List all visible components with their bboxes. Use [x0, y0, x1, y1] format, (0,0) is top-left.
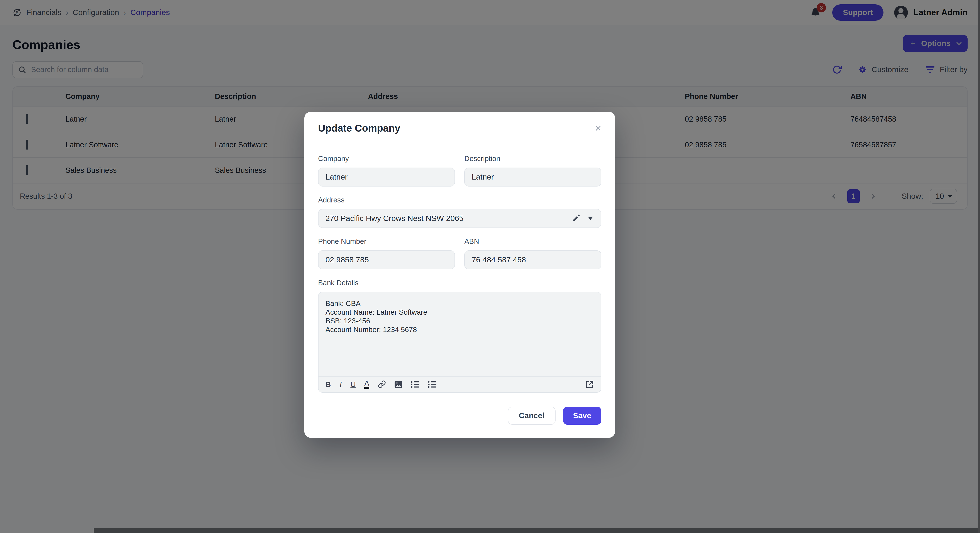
- company-field[interactable]: [318, 167, 455, 186]
- cancel-button[interactable]: Cancel: [508, 407, 555, 425]
- company-label: Company: [318, 154, 455, 163]
- text-color-icon[interactable]: A: [364, 380, 369, 389]
- phone-label: Phone Number: [318, 237, 455, 246]
- bank-line: Account Name: Latner Software: [326, 308, 594, 317]
- save-button[interactable]: Save: [563, 407, 601, 425]
- update-company-modal: Update Company × Company Description Add…: [304, 112, 615, 438]
- abn-field[interactable]: [464, 250, 601, 269]
- caret-down-icon[interactable]: [588, 216, 593, 220]
- address-select[interactable]: [318, 209, 601, 228]
- edit-address-pencil-icon[interactable]: [572, 213, 581, 222]
- link-icon[interactable]: [378, 380, 386, 388]
- underline-icon[interactable]: U: [350, 380, 356, 389]
- ordered-list-icon[interactable]: [411, 381, 420, 388]
- bank-line: Account Number: 1234 5678: [326, 325, 594, 334]
- phone-field[interactable]: [318, 250, 455, 269]
- expand-editor-icon[interactable]: [585, 380, 594, 389]
- italic-icon[interactable]: I: [339, 380, 342, 389]
- bullet-list-icon[interactable]: [428, 381, 437, 388]
- close-icon[interactable]: ×: [595, 123, 601, 134]
- richtext-toolbar: B I U A: [318, 376, 601, 393]
- description-field[interactable]: [464, 167, 601, 186]
- abn-label: ABN: [464, 237, 601, 246]
- bank-details-textarea[interactable]: Bank: CBA Account Name: Latner Software …: [318, 292, 601, 376]
- description-label: Description: [464, 154, 601, 163]
- insert-image-icon[interactable]: [395, 381, 402, 388]
- address-field[interactable]: [318, 209, 601, 228]
- modal-title: Update Company: [318, 122, 400, 134]
- app-screen: $ Financials › Configuration › Companies…: [0, 0, 980, 533]
- bold-icon[interactable]: B: [326, 380, 331, 389]
- address-label: Address: [318, 196, 601, 204]
- bank-details-editor: Bank: CBA Account Name: Latner Software …: [318, 292, 601, 393]
- bank-line: BSB: 123-456: [326, 317, 594, 325]
- bank-line: Bank: CBA: [326, 299, 594, 308]
- bank-details-label: Bank Details: [318, 279, 601, 287]
